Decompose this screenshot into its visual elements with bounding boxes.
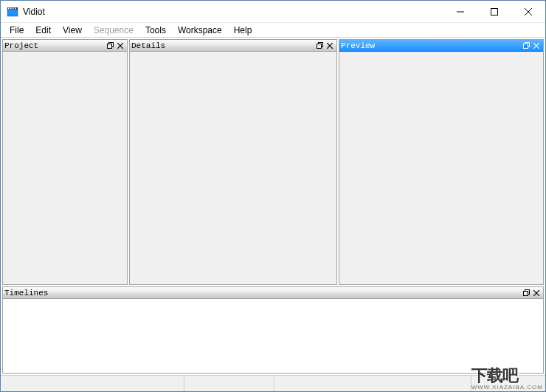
- details-panel: Details: [129, 39, 337, 285]
- details-panel-header[interactable]: Details: [130, 40, 336, 52]
- project-panel-title: Project: [4, 41, 105, 50]
- svg-rect-4: [13, 7, 14, 9]
- menu-edit[interactable]: Edit: [30, 24, 57, 37]
- timelines-panel-header[interactable]: Timelines: [3, 287, 543, 299]
- restore-icon[interactable]: [105, 41, 115, 51]
- svg-rect-11: [107, 44, 111, 49]
- project-panel: Project: [2, 39, 128, 285]
- close-icon[interactable]: [115, 41, 125, 51]
- restore-icon[interactable]: [521, 41, 531, 51]
- preview-panel-title: Preview: [341, 41, 521, 50]
- close-icon[interactable]: [531, 288, 542, 298]
- svg-rect-15: [317, 44, 321, 49]
- preview-panel-body[interactable]: [339, 52, 543, 284]
- statusbar: [1, 375, 545, 391]
- svg-rect-5: [15, 7, 16, 9]
- details-panel-body[interactable]: [130, 52, 336, 284]
- timelines-panel-title: Timelines: [4, 289, 521, 298]
- preview-panel-header[interactable]: Preview: [339, 40, 543, 52]
- maximize-button[interactable]: [477, 1, 511, 23]
- svg-rect-23: [523, 292, 528, 296]
- titlebar: Vidiot: [1, 1, 545, 23]
- status-cell-2: [184, 376, 274, 391]
- app-icon: [7, 6, 18, 18]
- restore-icon[interactable]: [314, 41, 325, 51]
- svg-rect-19: [523, 44, 528, 49]
- status-cell-4: [471, 376, 545, 391]
- status-cell-3: [274, 376, 471, 391]
- svg-rect-7: [491, 8, 498, 15]
- details-panel-title: Details: [131, 41, 314, 50]
- svg-rect-2: [8, 7, 10, 9]
- timelines-panel: Timelines: [2, 286, 544, 374]
- menu-sequence: Sequence: [88, 24, 139, 37]
- menu-view[interactable]: View: [57, 24, 88, 37]
- menu-workspace[interactable]: Workspace: [172, 24, 228, 37]
- project-panel-header[interactable]: Project: [3, 40, 127, 52]
- menubar: File Edit View Sequence Tools Workspace …: [1, 23, 545, 38]
- app-window: Vidiot File Edit View Sequence Tools Wor…: [0, 0, 546, 392]
- close-icon[interactable]: [531, 41, 542, 51]
- restore-icon[interactable]: [521, 288, 531, 298]
- close-icon[interactable]: [325, 41, 335, 51]
- window-title: Vidiot: [23, 7, 45, 17]
- status-cell-1: [1, 376, 184, 391]
- project-panel-body[interactable]: [3, 52, 127, 284]
- menu-tools[interactable]: Tools: [139, 24, 172, 37]
- workspace: Project Details: [1, 38, 545, 375]
- menu-file[interactable]: File: [4, 24, 30, 37]
- minimize-button[interactable]: [443, 1, 477, 23]
- close-button[interactable]: [511, 1, 545, 23]
- preview-panel: Preview: [339, 39, 544, 285]
- timelines-panel-body[interactable]: [3, 299, 543, 373]
- svg-rect-3: [10, 7, 12, 9]
- svg-rect-0: [7, 9, 18, 16]
- menu-help[interactable]: Help: [228, 24, 258, 37]
